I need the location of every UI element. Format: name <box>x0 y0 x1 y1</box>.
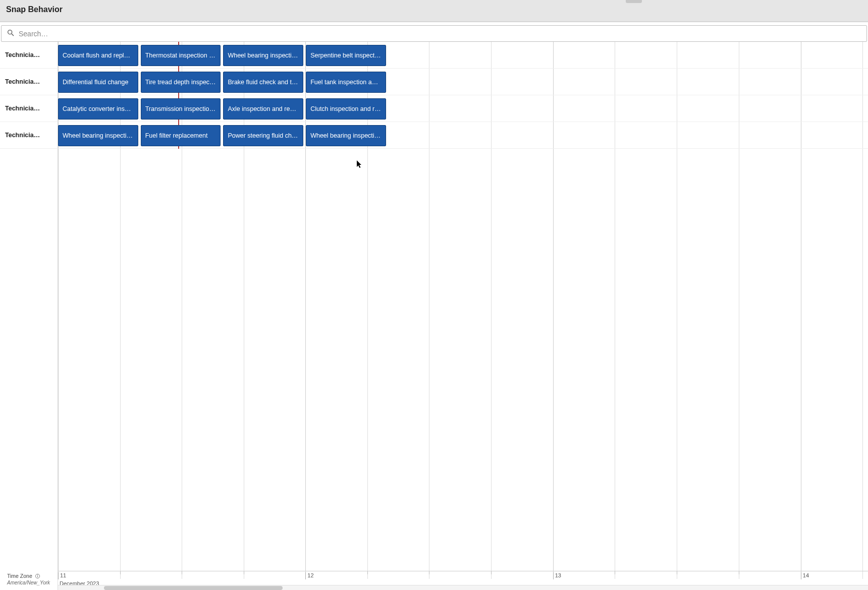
resource-label-text: Technicia… <box>5 78 40 85</box>
scheduler-event[interactable]: Clutch inspection and repl… <box>306 98 386 120</box>
page-title: Snap Behavior <box>6 5 862 14</box>
day-tick-label: 12 <box>305 572 313 579</box>
event-label: Fuel tank inspection and c… <box>310 79 382 86</box>
scheduler-event[interactable]: Fuel tank inspection and c… <box>306 72 386 93</box>
event-label: Wheel bearing inspection … <box>310 132 382 139</box>
event-label: Fuel filter replacement <box>145 132 216 139</box>
scheduler-event[interactable]: Wheel bearing inspection … <box>306 125 386 146</box>
resource-row-label[interactable]: Technicia… <box>0 69 58 95</box>
resource-label-text: Technicia… <box>5 51 40 58</box>
scheduler-event[interactable]: Fuel filter replacement <box>141 125 221 146</box>
horizontal-scrollbar[interactable] <box>58 585 868 590</box>
svg-line-1 <box>12 34 14 36</box>
event-label: Coolant flush and replace… <box>63 52 134 59</box>
resource-row-label[interactable]: Technicia… <box>0 42 58 69</box>
day-tick-label: 14 <box>801 572 809 579</box>
search-icon <box>7 29 15 38</box>
event-label: Catalytic converter inspec… <box>63 105 134 112</box>
scheduler-event[interactable]: Differential fluid change <box>58 72 138 93</box>
resource-label-text: Technicia… <box>5 132 40 139</box>
resource-row-label[interactable]: Technicia… <box>0 95 58 122</box>
event-label: Tire tread depth inspectio… <box>145 79 216 86</box>
scheduler-event[interactable]: Brake fluid check and top-up <box>223 72 303 93</box>
header-bar: Snap Behavior <box>0 0 868 22</box>
day-tick-label: 11 <box>58 572 66 579</box>
resource-row-label[interactable]: Technicia… <box>0 122 58 149</box>
app-root: Snap Behavior Technicia… Technicia… Tech… <box>0 0 868 590</box>
event-label: Brake fluid check and top-up <box>228 79 299 86</box>
day-tick-label: 13 <box>553 572 561 579</box>
window-drag-handle[interactable] <box>626 0 642 3</box>
scheduler-event[interactable]: Transmission inspection a… <box>141 98 221 120</box>
event-label: Wheel bearing inspection … <box>63 132 134 139</box>
timezone-name: America/New_York <box>7 580 53 585</box>
scheduler-event[interactable]: Tire tread depth inspectio… <box>141 72 221 93</box>
event-label: Differential fluid change <box>63 79 134 86</box>
timezone-info: Time Zone America/New_York <box>0 571 58 590</box>
info-icon[interactable] <box>35 573 40 580</box>
event-label: Transmission inspection a… <box>145 105 216 112</box>
event-label: Thermostat inspection an… <box>145 52 216 59</box>
scheduler-event[interactable]: Thermostat inspection an… <box>141 45 221 66</box>
resource-label-text: Technicia… <box>5 105 40 112</box>
scheduler-event[interactable]: Coolant flush and replace… <box>58 45 138 66</box>
svg-point-0 <box>8 30 12 34</box>
event-label: Power steering fluid check… <box>228 132 299 139</box>
scheduler-event[interactable]: Axle inspection and repair <box>223 98 303 120</box>
search-input[interactable] <box>19 30 861 38</box>
timeline-grid[interactable]: Coolant flush and replace…Thermostat ins… <box>58 42 868 590</box>
event-label: Clutch inspection and repl… <box>310 105 382 112</box>
scheduler-event[interactable]: Serpentine belt inspectio… <box>306 45 386 66</box>
scrollbar-thumb[interactable] <box>104 586 282 590</box>
timezone-label: Time Zone <box>7 573 32 579</box>
scheduler-content: Technicia… Technicia… Technicia… Technic… <box>0 42 868 590</box>
event-label: Serpentine belt inspectio… <box>310 52 382 59</box>
svg-point-4 <box>37 575 38 575</box>
search-bar[interactable] <box>1 25 867 42</box>
scheduler-event[interactable]: Wheel bearing inspection … <box>223 45 303 66</box>
event-label: Axle inspection and repair <box>228 105 299 112</box>
scheduler-event[interactable]: Power steering fluid check… <box>223 125 303 146</box>
resource-column: Technicia… Technicia… Technicia… Technic… <box>0 42 58 590</box>
scheduler-event[interactable]: Catalytic converter inspec… <box>58 98 138 120</box>
scheduler-event[interactable]: Wheel bearing inspection … <box>58 125 138 146</box>
event-label: Wheel bearing inspection … <box>228 52 299 59</box>
